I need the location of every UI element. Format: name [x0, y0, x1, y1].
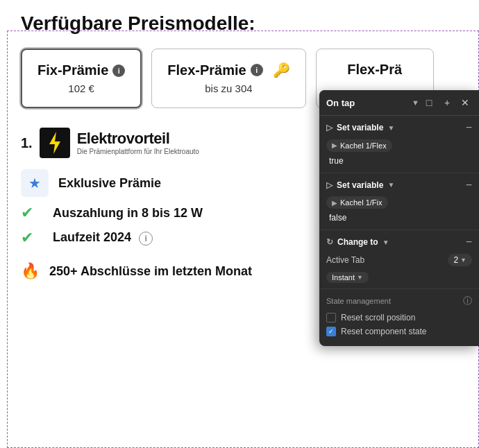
- pricing-card-flex-title: Flex-Prämie i 🔑: [167, 62, 289, 78]
- logo-text: Elektrovorteil Die Prämienplattform für …: [77, 130, 199, 155]
- panel-header: On tap ▼ □ + ✕: [319, 90, 479, 116]
- check-icon-2: ✔: [21, 229, 43, 247]
- variable-chip-1: ▶ Kachel 1/Flex: [326, 139, 392, 152]
- variable-value-1: true: [326, 155, 472, 167]
- flame-icon: 🔥: [21, 262, 40, 280]
- page-header: Verfügbare Preismodelle:: [0, 0, 479, 42]
- set-variable-remove-1[interactable]: −: [466, 121, 472, 134]
- change-to-header: ↻ Change to ▼ −: [326, 236, 472, 248]
- page-content: Verfügbare Preismodelle: Fix-Prämie i 10…: [0, 0, 479, 448]
- logo-image: [40, 128, 70, 158]
- variable-arrow-2: ▼: [387, 181, 394, 189]
- checkbox-row-scroll: Reset scroll position: [326, 313, 472, 322]
- reset-scroll-checkbox[interactable]: [326, 313, 336, 322]
- state-management-header: State management ⓘ: [326, 295, 472, 307]
- footer-text: 250+ Abschlüsse im letzten Monat: [49, 264, 252, 279]
- set-variable-title-2: ▷ Set variable ▼: [326, 180, 394, 190]
- laufzeit-info-icon[interactable]: i: [139, 232, 153, 245]
- pricing-card-fix-title: Fix-Prämie i: [37, 62, 125, 78]
- page-title: Verfügbare Preismodelle:: [21, 12, 458, 35]
- chip-icon-1: ▶: [332, 141, 337, 149]
- set-variable-section-2: ▷ Set variable ▼ − ▶ Kachel 1/Fix false: [319, 173, 479, 231]
- reset-scroll-label: Reset scroll position: [341, 313, 415, 322]
- reset-component-label: Reset component state: [341, 327, 426, 336]
- pricing-card-flex[interactable]: Flex-Prämie i 🔑 bis zu 304: [151, 49, 305, 108]
- chip-icon-2: ▶: [332, 199, 337, 207]
- pricing-card-truncated-title: Flex-Prä: [347, 62, 402, 78]
- floating-panel: On tap ▼ □ + ✕ ▷ Set variable ▼ − ▶ Kach…: [319, 90, 479, 346]
- instant-chevron: ▼: [357, 274, 363, 281]
- panel-copy-icon[interactable]: □: [422, 96, 436, 110]
- set-variable-title-1: ▷ Set variable ▼: [326, 123, 394, 132]
- set-variable-section-1: ▷ Set variable ▼ − ▶ Kachel 1/Flex true: [319, 116, 479, 173]
- feature-laufzeit: Laufzeit 2024 i: [53, 230, 153, 245]
- change-to-chevron: ▼: [383, 239, 389, 246]
- key-icon: 🔑: [273, 62, 290, 78]
- active-tab-label: Active Tab: [326, 255, 444, 265]
- change-to-remove[interactable]: −: [466, 236, 472, 248]
- feature-exclusive: Exklusive Prämie: [58, 176, 161, 191]
- change-to-row: Active Tab 2 ▼: [326, 254, 472, 266]
- variable-icon-1: ▷: [326, 123, 333, 132]
- check-icon-1: ✔: [21, 204, 43, 222]
- change-to-section: ↻ Change to ▼ − Active Tab 2 ▼ Instant ▼: [319, 230, 479, 289]
- feature-auszahlung: Auszahlung in 8 bis 12 W: [53, 206, 203, 221]
- panel-header-chevron: ▼: [412, 98, 419, 107]
- variable-chip-2: ▶ Kachel 1/Fix: [326, 196, 388, 209]
- pricing-card-fix-sub: 102 €: [68, 83, 94, 94]
- star-icon: ★: [21, 169, 49, 197]
- panel-add-icon[interactable]: +: [440, 96, 454, 110]
- active-tab-value[interactable]: 2 ▼: [448, 254, 472, 266]
- logo-number: 1.: [21, 135, 33, 151]
- checkbox-row-component: Reset component state: [326, 327, 472, 336]
- bolt-icon: [40, 128, 70, 158]
- panel-header-icons: □ + ✕: [422, 96, 472, 110]
- logo-sub-text: Die Prämienplattform für Ihr Elektroauto: [77, 148, 199, 155]
- panel-close-icon[interactable]: ✕: [458, 96, 472, 110]
- logo-main-text: Elektrovorteil: [77, 130, 199, 147]
- instant-chip[interactable]: Instant ▼: [326, 272, 369, 283]
- set-variable-remove-2[interactable]: −: [466, 179, 472, 191]
- active-tab-chevron: ▼: [460, 257, 467, 264]
- state-info-icon[interactable]: ⓘ: [463, 295, 472, 307]
- state-management-title: State management: [326, 297, 391, 305]
- set-variable-header-2: ▷ Set variable ▼ −: [326, 179, 472, 191]
- rotate-icon: ↻: [326, 237, 333, 247]
- state-management-section: State management ⓘ Reset scroll position…: [319, 289, 479, 346]
- variable-arrow-1: ▼: [387, 124, 394, 132]
- flex-info-icon[interactable]: i: [251, 64, 263, 76]
- instant-chip-container: Instant ▼: [326, 270, 472, 283]
- pricing-card-flex-sub: bis zu 304: [205, 83, 252, 94]
- fix-info-icon[interactable]: i: [112, 64, 125, 77]
- reset-component-checkbox[interactable]: [326, 327, 336, 336]
- variable-icon-2: ▷: [326, 180, 333, 190]
- pricing-card-fix[interactable]: Fix-Prämie i 102 €: [21, 49, 142, 108]
- set-variable-header-1: ▷ Set variable ▼ −: [326, 121, 472, 134]
- change-to-title: ↻ Change to ▼: [326, 237, 389, 247]
- variable-value-2: false: [326, 212, 472, 224]
- panel-title: On tap: [326, 98, 409, 108]
